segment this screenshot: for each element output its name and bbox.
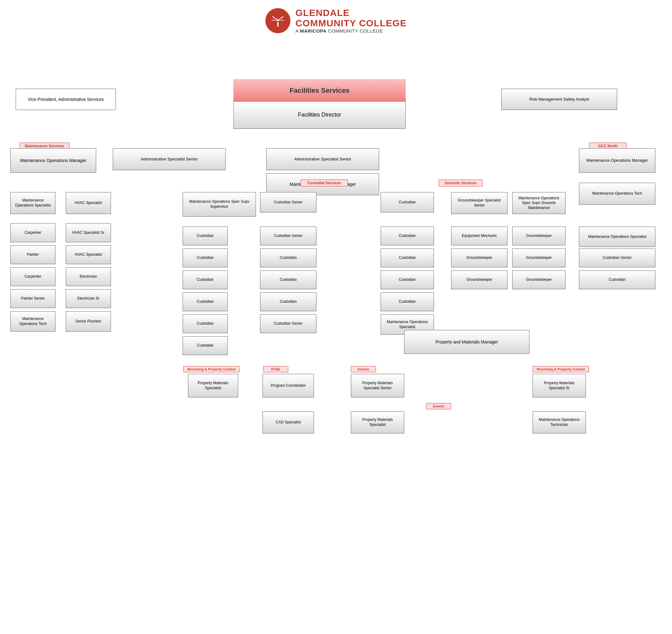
groundskeeper-5-box: Groundskeeper (512, 271, 566, 289)
custodian-senior-2-box: Custodian Senior (260, 227, 316, 245)
groundskeeper-2-box: Groundskeeper (451, 271, 507, 289)
school-name-line2: COMMUNITY COLLEGE (295, 18, 407, 28)
admin-spec-senior-2-box: Administrative Specialist Senior (266, 148, 379, 170)
custodial-services-label: Custodial Services (301, 180, 348, 186)
events-label-2: Events (426, 403, 451, 409)
maint-spec-supv-box: Maintenance Operations Spec Supv Supervi… (183, 192, 256, 216)
events-label-1: Events (351, 366, 376, 372)
vp-box: Vice President, Administrative Services (16, 89, 116, 110)
receiving-property-label-2: Receiving & Property Control (533, 366, 589, 372)
header-text: GLENDALE COMMUNITY COLLEGE A MARICOPA CO… (295, 7, 407, 33)
custodian-l1-box: Custodian (183, 227, 228, 245)
electrician-box: Electrician (66, 267, 111, 286)
custodian-l2-box: Custodian (183, 249, 228, 267)
custodian-r1-box: Custodian (260, 249, 316, 267)
maint-ops-tech-left-box: Maintenance Operations Tech (10, 311, 55, 332)
maint-ops-spec-supv-grounds-box: Maintenance Operations Spec Supv Grounds… (512, 192, 566, 214)
facilities-services-box: Facilities Services (233, 79, 406, 102)
custodian-senior-3-box: Custodian Senior (260, 314, 316, 333)
maint-ops-manager-right-box: Maintenance Operations Manager (579, 148, 655, 173)
equipment-mechanic-box: Equipment Mechanic (451, 227, 507, 245)
custodian-l6-box: Custodian (183, 336, 228, 355)
senior-plumber-box: Senior Plumber (66, 311, 111, 332)
carpenter-2-box: Carpenter (10, 267, 55, 286)
admin-spec-senior-1-box: Administrative Specialist Senior (113, 148, 225, 170)
carpenter-1-box: Carpenter (10, 224, 55, 242)
hvac-specialist-box: HVAC Specialist (66, 192, 111, 214)
maint-ops-tech-right-box: Maintenance Operations Tech (579, 183, 655, 205)
property-materials-specialist-1-box: Property Materials Specialist (188, 374, 238, 397)
maint-ops-specialist-1-box: Maintenance Operations Specialist (10, 192, 55, 214)
custodian-c2-box: Custodian (381, 227, 434, 245)
custodian-l3-box: Custodian (183, 271, 228, 289)
facilities-director-box: Facilities Director (233, 101, 406, 129)
hvac-specialist-2-box: HVAC Specialist (66, 245, 111, 264)
ffe-label: FF&E (263, 366, 288, 372)
logo-circle (265, 8, 290, 33)
cad-specialist-box: CAD Specialist (263, 412, 314, 433)
org-chart: Facilities Services Vice President, Admi… (0, 39, 672, 51)
custodian-c4-box: Custodian (381, 271, 434, 289)
school-sub: A MARICOPA COMMUNITY COLLEGE (295, 28, 407, 33)
svg-rect-1 (277, 22, 279, 27)
hvac-specialist-sr-box: HVAC Specialist Sr (66, 224, 111, 242)
groundskeeper-3-box: Groundskeeper (512, 227, 566, 245)
custodian-senior-1-box: Custodian Senior (260, 192, 316, 212)
groundskeeper-1-box: Groundskeeper (451, 249, 507, 267)
property-materials-specialist-2-box: Property Materials Specialist (351, 412, 404, 433)
electrician-sr-box: Electrician Sr (66, 289, 111, 308)
custodian-l5-box: Custodian (183, 314, 228, 333)
groundskeeper-4-box: Groundskeeper (512, 249, 566, 267)
property-materials-spec-senior-box: Property Materials Specialist Senior (351, 374, 404, 397)
program-coordinator-box: Program Coordinator (263, 374, 314, 397)
custodian-r2-box: Custodian (260, 271, 316, 289)
maint-ops-manager-left-box: Maintenance Operations Manager (10, 148, 96, 173)
school-name-line1: GLENDALE (295, 7, 407, 18)
custodian-right-box: Custodian (579, 271, 655, 289)
painter-box: Painter (10, 245, 55, 264)
custodian-l4-box: Custodian (183, 292, 228, 311)
property-materials-manager-box: Property and Materials Manager (404, 330, 529, 354)
custodian-c5-box: Custodian (381, 292, 434, 311)
property-materials-spec-sr-box: Property Materials Specialist Sr (533, 374, 586, 397)
custodian-r3-box: Custodian (260, 292, 316, 311)
page-header: GLENDALE COMMUNITY COLLEGE A MARICOPA CO… (0, 0, 672, 39)
custodian-senior-right-box: Custodian Senior (579, 249, 655, 267)
connector-lines (0, 39, 672, 86)
risk-box: Risk Management Safety Analyst (501, 89, 617, 110)
maint-ops-technician-box: Maintenance Operations Technician (533, 412, 586, 433)
maint-ops-specialist-right-box: Maintenance Operations Specialist (579, 227, 655, 247)
groundskeeper-spec-senior-box: Groundskeeper Specialist Senior (451, 192, 507, 214)
grounds-services-label: Grounds Services (439, 180, 482, 186)
receiving-property-label-1: Receiving & Property Control (183, 366, 240, 372)
painter-senior-box: Painter Senior (10, 289, 55, 308)
custodian-c3-box: Custodian (381, 249, 434, 267)
custodian-c1-box: Custodian (381, 192, 434, 212)
